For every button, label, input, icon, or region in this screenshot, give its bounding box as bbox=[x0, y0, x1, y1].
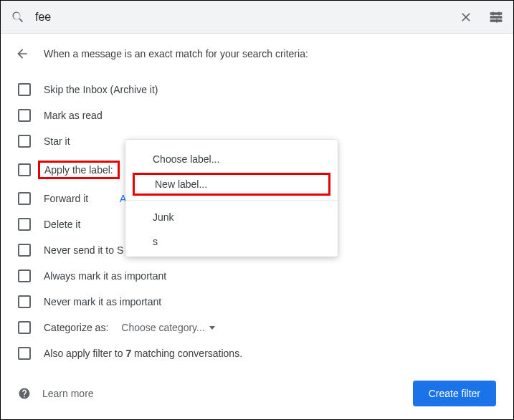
checkbox-icon[interactable] bbox=[18, 109, 31, 122]
chevron-down-icon bbox=[209, 326, 215, 330]
create-filter-button[interactable]: Create filter bbox=[413, 381, 496, 406]
learn-more-link[interactable]: Learn more bbox=[42, 388, 94, 399]
checkbox-icon[interactable] bbox=[18, 295, 31, 308]
clear-icon[interactable] bbox=[459, 10, 473, 24]
option-label: Never mark it as important bbox=[44, 296, 161, 307]
dropdown-choose-label[interactable]: Choose label... bbox=[125, 147, 338, 171]
dropdown-divider bbox=[125, 200, 338, 201]
checkbox-icon[interactable] bbox=[18, 269, 31, 282]
option-label: Never send it to S bbox=[44, 244, 123, 256]
checkbox-icon[interactable] bbox=[18, 244, 31, 257]
search-bar bbox=[1, 1, 513, 34]
option-label: Star it bbox=[44, 135, 70, 147]
option-mark-read[interactable]: Mark as read bbox=[15, 102, 499, 128]
option-label: Categorize as: bbox=[44, 322, 108, 333]
option-label: Delete it bbox=[44, 219, 80, 230]
checkbox-icon[interactable] bbox=[18, 347, 31, 360]
option-never-important[interactable]: Never mark it as important bbox=[15, 289, 499, 315]
option-label: Apply the label: bbox=[44, 164, 113, 176]
tune-icon[interactable] bbox=[489, 10, 503, 24]
dropdown-label-item[interactable]: s bbox=[125, 229, 338, 254]
option-label: Forward it bbox=[44, 193, 88, 204]
back-arrow-icon[interactable] bbox=[15, 47, 29, 61]
label-dropdown: Choose label... New label... Junk s bbox=[125, 140, 338, 257]
search-icon bbox=[11, 10, 25, 24]
option-categorize[interactable]: Categorize as: Choose category... bbox=[15, 315, 499, 340]
dropdown-label-item[interactable]: Junk bbox=[125, 205, 338, 229]
checkbox-icon[interactable] bbox=[18, 218, 31, 231]
checkbox-icon[interactable] bbox=[18, 83, 31, 96]
search-input[interactable] bbox=[25, 11, 459, 24]
footer: Learn more Create filter bbox=[1, 381, 513, 406]
checkbox-icon[interactable] bbox=[18, 321, 31, 334]
header-text: When a message is an exact match for you… bbox=[44, 48, 308, 59]
checkbox-icon[interactable] bbox=[18, 192, 31, 205]
option-always-important[interactable]: Always mark it as important bbox=[15, 263, 499, 289]
category-select[interactable]: Choose category... bbox=[121, 322, 214, 333]
option-skip-inbox[interactable]: Skip the Inbox (Archive it) bbox=[15, 77, 499, 102]
apply-label-highlight: Apply the label: bbox=[38, 161, 120, 179]
dropdown-new-label[interactable]: New label... bbox=[133, 173, 330, 196]
filter-panel: When a message is an exact match for you… bbox=[1, 34, 513, 366]
option-label: Also apply filter to 7 matching conversa… bbox=[44, 348, 242, 359]
help-icon[interactable] bbox=[18, 387, 31, 400]
option-label: Always mark it as important bbox=[44, 270, 166, 282]
category-placeholder: Choose category... bbox=[121, 322, 204, 333]
checkbox-icon[interactable] bbox=[18, 163, 31, 176]
option-label: Mark as read bbox=[44, 110, 103, 121]
option-label: Skip the Inbox (Archive it) bbox=[44, 84, 158, 95]
checkbox-icon[interactable] bbox=[18, 135, 31, 148]
option-also-apply[interactable]: Also apply filter to 7 matching conversa… bbox=[15, 340, 499, 366]
